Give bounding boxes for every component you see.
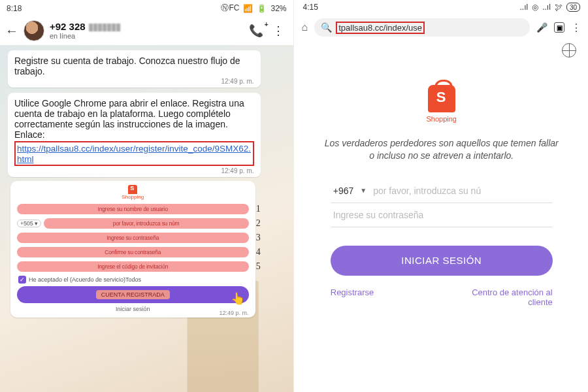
battery-icon: 🔋 — [257, 4, 267, 13]
incoming-message: Registre su cuenta de trabajo. Conozca n… — [8, 50, 261, 88]
support-link[interactable]: Centro de atención al cliente — [448, 287, 553, 307]
embedded-form-screenshot: Shopping Ingrese su nombre de usuario1 +… — [10, 181, 255, 318]
url-highlight: tpallsau8.cc/index/use — [336, 22, 425, 34]
translate-row — [295, 41, 589, 60]
more-icon[interactable]: ⋮ — [571, 22, 581, 34]
phone-input[interactable]: +967 ▼ por favor, introduzca su nú — [331, 179, 553, 203]
nfc-icon: ⓃFC — [221, 3, 239, 14]
phone-placeholder: por favor, introduzca su nú — [373, 186, 550, 196]
android-status-bar: 4:15 ..ıl ◎ ..ıl 🕊 30 — [295, 0, 589, 14]
brand-label: Shopping — [17, 194, 249, 200]
battery-pct: 32% — [270, 4, 286, 13]
chevron-down-icon[interactable]: ▼ — [360, 187, 367, 194]
register-link[interactable]: Registrarse — [331, 287, 374, 307]
call-icon[interactable]: 📞+ — [249, 24, 263, 38]
phishing-link[interactable]: https://tpallsau8.cc/index/user/register… — [17, 144, 251, 164]
terms-label: He aceptado el (Acuerdo de servicio)Todo… — [29, 276, 141, 283]
presence-label: en línea — [50, 32, 244, 40]
brand-label: Shopping — [427, 115, 457, 123]
signal-icon: 📶 — [243, 4, 253, 13]
browser-toolbar: ⌂ 🔍 tpallsau8.cc/index/use 🎤 ▣ ⋮ — [295, 14, 589, 41]
pointer-icon: 👆 — [231, 291, 245, 306]
chat-area: Registre su cuenta de trabajo. Conozca n… — [0, 45, 293, 392]
message-time: 12:49 p. m. — [14, 78, 254, 85]
contact-info[interactable]: +92 328 ▮▮▮▮▮▮▮ en línea — [50, 22, 244, 41]
shopping-bag-icon — [128, 185, 137, 194]
signal-icon: ..ıl — [520, 3, 529, 12]
browser-screenshot: 4:15 ..ıl ◎ ..ıl 🕊 30 ⌂ 🔍 tpallsau8.cc/i… — [295, 0, 589, 392]
password-input[interactable]: Ingrese su contraseña — [331, 203, 553, 227]
mic-icon[interactable]: 🎤 — [536, 22, 547, 33]
android-status-bar: 8:18 ⓃFC 📶 🔋 32% — [0, 0, 293, 16]
register-button[interactable]: CUENTA REGISTRADA 👆 — [17, 286, 249, 303]
phishing-link-highlight: https://tpallsau8.cc/index/user/register… — [14, 141, 254, 166]
globe-icon[interactable] — [562, 43, 576, 57]
username-field[interactable]: Ingrese su nombre de usuario1 — [17, 204, 249, 214]
country-code[interactable]: +967 — [333, 186, 354, 196]
message-text: Utilice Google Chrome para abrir el enla… — [14, 98, 254, 140]
phone-field[interactable]: +505 ▾ por favor, introduzca su núm2 — [17, 218, 249, 229]
data-icon: ◎ — [532, 3, 538, 12]
status-time: 4:15 — [303, 3, 318, 12]
country-code[interactable]: +505 ▾ — [17, 220, 41, 227]
address-bar[interactable]: 🔍 tpallsau8.cc/index/use — [314, 18, 530, 37]
login-button[interactable]: INICIAR SESIÓN — [331, 246, 553, 276]
login-page: Shopping Los verdaderos perdedores son a… — [295, 60, 589, 392]
password-placeholder: Ingrese su contraseña — [333, 210, 550, 220]
lens-icon: 🔍 — [321, 22, 332, 33]
message-text: Registre su cuenta de trabajo. Conozca n… — [14, 56, 254, 76]
back-icon[interactable]: ← — [5, 24, 18, 39]
incoming-message: Utilice Google Chrome para abrir el enla… — [8, 93, 261, 177]
phone-prefix: +92 328 — [50, 21, 86, 32]
message-time: 12:49 p. m. — [219, 310, 248, 316]
message-time: 12:49 p. m. — [14, 167, 254, 174]
checkbox-icon[interactable]: ✓ — [18, 276, 26, 284]
shopping-bag-icon — [428, 85, 455, 112]
chat-header: ← +92 328 ▮▮▮▮▮▮▮ en línea 📞+ ⋮ — [0, 16, 293, 45]
whatsapp-screenshot: 8:18 ⓃFC 📶 🔋 32% ← +92 328 ▮▮▮▮▮▮▮ en lí… — [0, 0, 294, 392]
password-field[interactable]: Ingrese su contraseña3 — [17, 233, 249, 243]
status-time: 8:18 — [7, 4, 22, 13]
terms-checkbox-row[interactable]: ✓ He aceptado el (Acuerdo de servicio)To… — [18, 276, 249, 284]
more-icon[interactable]: ⋮ — [269, 24, 288, 38]
home-icon[interactable]: ⌂ — [302, 22, 308, 33]
invite-code-field[interactable]: Ingrese el código de invitación5 — [17, 261, 249, 272]
login-link[interactable]: Iniciar sesión — [17, 306, 249, 312]
wifi-icon: 🕊 — [555, 3, 563, 12]
signal-icon: ..ıl — [542, 3, 551, 12]
battery-pill: 30 — [566, 3, 580, 12]
tabs-icon[interactable]: ▣ — [554, 22, 564, 33]
phone-redacted: ▮▮▮▮▮▮▮ — [88, 21, 120, 32]
tagline-text: Los verdaderos perdedores son aquellos q… — [321, 137, 563, 162]
confirm-password-field[interactable]: Confirme su contraseña4 — [17, 247, 249, 257]
avatar[interactable] — [24, 20, 44, 41]
